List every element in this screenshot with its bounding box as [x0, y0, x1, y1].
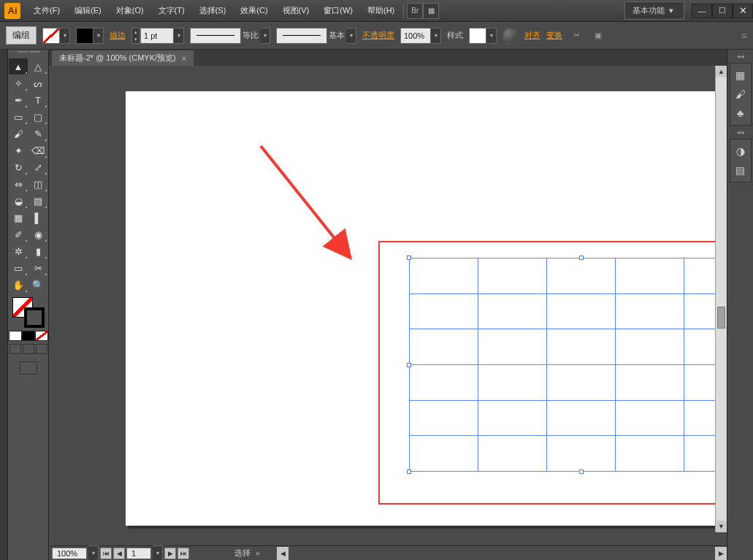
- artboard-next-button[interactable]: ▶: [164, 548, 176, 559]
- stroke-dropdown[interactable]: ▾: [93, 28, 104, 44]
- fill-swatch[interactable]: [42, 28, 60, 44]
- stroke-weight-group[interactable]: ▴ ▾ 1 pt ▾: [131, 28, 184, 44]
- workspace-switcher[interactable]: 基本功能 ▾: [624, 1, 684, 20]
- column-graph-tool[interactable]: ▮: [28, 243, 47, 259]
- selection-tool[interactable]: ▲: [9, 58, 28, 74]
- line-segment-tool[interactable]: ▭: [9, 109, 28, 125]
- selection-handle-w[interactable]: [407, 363, 411, 367]
- menu-window[interactable]: 窗口(W): [318, 2, 359, 19]
- selection-handle-n[interactable]: [579, 256, 584, 260]
- brush-group[interactable]: 基本 ▾: [276, 28, 356, 44]
- selection-handle-sw[interactable]: [407, 469, 411, 474]
- color-guide-panel-icon[interactable]: ▤: [733, 163, 748, 177]
- menu-help[interactable]: 帮助(H): [362, 2, 400, 19]
- stroke-weight-field[interactable]: 1 pt: [140, 28, 174, 44]
- symbols-panel-icon[interactable]: ♣: [733, 106, 748, 120]
- recolor-artwork-button[interactable]: [502, 28, 519, 44]
- brushes-panel-icon[interactable]: 🖌: [733, 87, 748, 101]
- width-profile-dropdown[interactable]: ▾: [260, 28, 270, 44]
- opacity-group[interactable]: 100% ▾: [400, 28, 441, 44]
- direct-selection-tool[interactable]: △: [28, 58, 47, 74]
- dock-expand-mid[interactable]: ◂◂: [730, 129, 752, 136]
- screen-mode-button[interactable]: [20, 361, 37, 375]
- eyedropper-tool[interactable]: ✐: [9, 226, 28, 242]
- symbol-sprayer-tool[interactable]: ✲: [9, 243, 28, 259]
- weight-decrease[interactable]: ▾: [132, 36, 139, 43]
- menu-type[interactable]: 文字(T): [153, 2, 191, 19]
- opacity-dropdown[interactable]: ▾: [431, 28, 441, 44]
- draw-inside[interactable]: [36, 344, 47, 354]
- rectangle-tool[interactable]: ▢: [28, 109, 47, 125]
- scale-tool[interactable]: ⤢: [28, 159, 47, 175]
- zoom-tool[interactable]: 🔍: [28, 277, 47, 293]
- stroke-weight-dropdown[interactable]: ▾: [174, 28, 184, 44]
- scroll-left-arrow[interactable]: ◀: [277, 547, 288, 560]
- artboard-last-button[interactable]: ⏭: [177, 548, 189, 559]
- align-panel-link[interactable]: 对齐: [524, 30, 540, 41]
- color-mode-gradient[interactable]: [22, 331, 35, 341]
- menu-select[interactable]: 选择(S): [194, 2, 232, 19]
- fill-swatch-group[interactable]: ▾: [42, 28, 70, 44]
- brush-dropdown[interactable]: ▾: [346, 28, 356, 44]
- isolate-group-icon[interactable]: ✂: [568, 28, 584, 44]
- eraser-tool[interactable]: ⌫: [28, 142, 47, 158]
- scroll-right-arrow[interactable]: ▶: [715, 547, 727, 560]
- zoom-level-field[interactable]: 100%: [52, 548, 87, 559]
- color-mode-none[interactable]: [35, 331, 48, 341]
- maximize-button[interactable]: ☐: [712, 4, 733, 18]
- selection-handle-s[interactable]: [579, 469, 584, 474]
- bridge-button[interactable]: Br: [407, 3, 423, 19]
- paintbrush-tool[interactable]: 🖌: [9, 126, 28, 142]
- brush-sample[interactable]: [276, 28, 327, 44]
- magic-wand-tool[interactable]: ✧: [9, 75, 28, 91]
- fill-stroke-indicator[interactable]: [12, 297, 45, 328]
- horizontal-scrollbar[interactable]: ◀ ▶: [277, 547, 727, 560]
- rectangular-grid-object[interactable]: [409, 258, 727, 472]
- blend-tool[interactable]: ◉: [28, 226, 47, 242]
- gradient-tool[interactable]: ▌: [28, 210, 47, 226]
- minimize-button[interactable]: —: [692, 4, 712, 18]
- canvas-viewport[interactable]: ▲ ▼: [49, 66, 727, 545]
- graphic-style-swatch[interactable]: [469, 28, 486, 44]
- artboard-index-field[interactable]: 1: [126, 548, 151, 559]
- color-mode-solid[interactable]: [9, 331, 22, 341]
- menu-file[interactable]: 文件(F): [28, 2, 66, 19]
- free-transform-tool[interactable]: ◫: [28, 176, 47, 192]
- artboard-prev-button[interactable]: ◀: [113, 548, 125, 559]
- menu-edit[interactable]: 编辑(E): [69, 2, 107, 19]
- menu-object[interactable]: 对象(O): [110, 2, 150, 19]
- close-tab-icon[interactable]: ×: [182, 54, 186, 63]
- rotate-tool[interactable]: ↻: [9, 159, 28, 175]
- style-group[interactable]: ▾: [469, 28, 497, 44]
- variable-width-group[interactable]: 等比 ▾: [190, 28, 270, 44]
- draw-normal[interactable]: [9, 344, 21, 354]
- transform-panel-link[interactable]: 变换: [546, 30, 562, 41]
- graphic-style-dropdown[interactable]: ▾: [486, 28, 497, 44]
- hand-tool[interactable]: ✋: [9, 277, 28, 293]
- scroll-down-arrow[interactable]: ▼: [716, 521, 727, 532]
- selection-handle-nw[interactable]: [407, 256, 411, 260]
- opacity-field[interactable]: 100%: [400, 28, 431, 44]
- artboard-tool[interactable]: ▭: [9, 260, 28, 276]
- stroke-swatch[interactable]: [76, 28, 93, 44]
- perspective-grid-tool[interactable]: ▨: [28, 193, 47, 209]
- type-tool[interactable]: T: [28, 92, 47, 108]
- fill-dropdown[interactable]: ▾: [60, 28, 70, 44]
- status-flyout-icon[interactable]: ▸: [256, 548, 261, 558]
- slice-tool[interactable]: ✂: [28, 260, 47, 276]
- controlbar-flyout-icon[interactable]: ≡: [741, 30, 747, 42]
- arrange-documents-button[interactable]: ▦: [423, 3, 439, 19]
- dock-expand-top[interactable]: ◂◂: [730, 53, 752, 60]
- document-tab[interactable]: 未标题-2* @ 100% (CMYK/预览) ×: [52, 50, 194, 66]
- artboard-dropdown[interactable]: ▾: [153, 545, 163, 561]
- opacity-panel-link[interactable]: 不透明度: [362, 30, 394, 41]
- toolbox-grip[interactable]: [8, 51, 48, 57]
- mesh-tool[interactable]: ▦: [9, 210, 28, 226]
- stroke-indicator[interactable]: [24, 307, 45, 328]
- lasso-tool[interactable]: ᔕ: [28, 75, 47, 91]
- menu-effect[interactable]: 效果(C): [234, 2, 273, 19]
- stroke-swatch-group[interactable]: ▾: [76, 28, 104, 44]
- color-panel-icon[interactable]: ◑: [733, 144, 748, 158]
- pencil-tool[interactable]: ✎: [28, 126, 47, 142]
- vertical-scroll-thumb[interactable]: [717, 307, 725, 329]
